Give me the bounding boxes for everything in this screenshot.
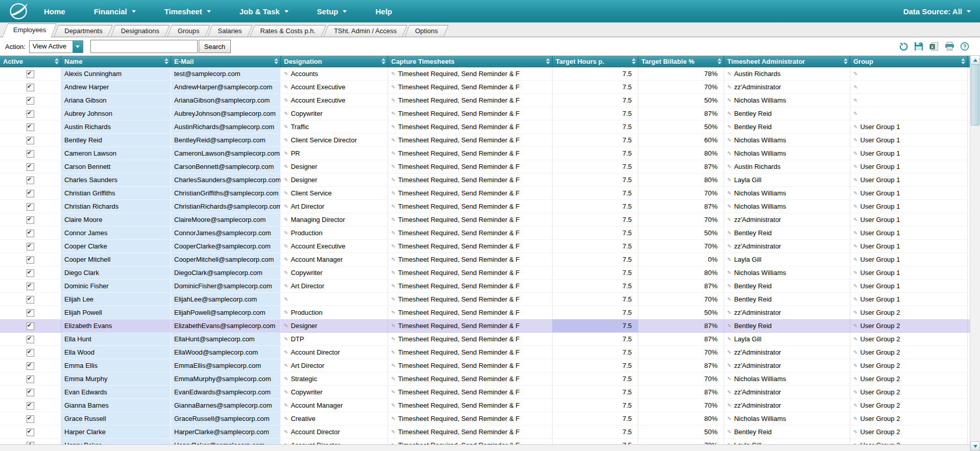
capture-timesheets-cell[interactable]: Timesheet Required, Send Reminder & F — [388, 306, 553, 319]
designation-cell[interactable]: Copywriter — [281, 266, 388, 280]
email-cell[interactable]: CarsonBennett@samplecorp.com — [171, 160, 281, 173]
group-cell[interactable]: User Group 1 — [850, 227, 968, 240]
active-checkbox[interactable] — [27, 256, 34, 264]
name-cell[interactable]: Emma Murphy — [61, 372, 171, 386]
email-cell[interactable]: AndrewHarper@samplecorp.com — [171, 81, 281, 94]
table-row[interactable]: Diego Clark DiegoClark@samplecorp.com Co… — [0, 266, 970, 280]
email-cell[interactable]: ElijahLee@samplecorp.com — [171, 293, 281, 306]
tab[interactable]: Options — [407, 25, 446, 37]
target-hours-cell[interactable]: 7.5 — [553, 306, 638, 319]
tab[interactable]: Designations — [113, 25, 168, 37]
email-cell[interactable]: ElijahPowell@samplecorp.com — [171, 306, 281, 319]
target-hours-cell[interactable]: 7.5 — [553, 94, 638, 107]
target-billable-cell[interactable]: 87% — [638, 333, 724, 346]
target-hours-cell[interactable]: 7.5 — [553, 399, 638, 412]
designation-cell[interactable]: Copywriter — [281, 386, 388, 399]
target-hours-cell[interactable]: 7.5 — [553, 333, 638, 346]
nav-menu-item[interactable]: Timesheet — [164, 7, 211, 16]
capture-timesheets-cell[interactable]: Timesheet Required, Send Reminder & F — [388, 425, 553, 439]
designation-cell[interactable]: Account Manager — [281, 253, 388, 266]
app-logo[interactable] — [9, 2, 29, 20]
target-hours-cell[interactable]: 7.5 — [553, 107, 638, 120]
target-billable-cell[interactable]: 0% — [638, 253, 724, 266]
tab[interactable]: Employees — [5, 23, 54, 37]
target-hours-cell[interactable]: 7.5 — [553, 372, 638, 386]
print-icon[interactable] — [944, 41, 954, 52]
target-hours-cell[interactable]: 7.5 — [553, 67, 638, 81]
target-billable-cell[interactable]: 50% — [638, 425, 724, 439]
capture-timesheets-cell[interactable]: Timesheet Required, Send Reminder & F — [388, 399, 553, 412]
name-cell[interactable]: Cameron Lawson — [61, 147, 171, 160]
column-header[interactable]: E-Mail — [171, 55, 281, 67]
designation-cell[interactable]: Account Executive — [281, 240, 388, 253]
target-hours-cell[interactable]: 7.5 — [553, 293, 638, 306]
capture-timesheets-cell[interactable]: Timesheet Required, Send Reminder & F — [388, 67, 553, 81]
active-checkbox[interactable] — [27, 322, 34, 330]
name-cell[interactable]: Cooper Clarke — [61, 240, 171, 253]
active-checkbox[interactable] — [27, 375, 34, 383]
table-row[interactable]: Ella Hunt EllaHunt@samplecorp.com DTP Ti… — [0, 333, 970, 346]
target-hours-cell[interactable]: 7.5 — [553, 134, 638, 147]
column-header[interactable]: Group — [850, 55, 968, 67]
group-cell[interactable]: User Group 1 — [850, 173, 968, 187]
group-cell[interactable]: User Group 2 — [850, 333, 968, 346]
target-billable-cell[interactable]: 50% — [638, 227, 724, 240]
designation-cell[interactable]: Art Director — [281, 200, 388, 213]
tab[interactable]: Salaries — [210, 25, 250, 37]
table-row[interactable]: Austin Richards AustinRichards@samplecor… — [0, 120, 970, 134]
timesheet-admin-cell[interactable]: zz'Administrator — [724, 240, 850, 253]
target-billable-cell[interactable]: 50% — [638, 94, 724, 107]
active-checkbox[interactable] — [27, 296, 34, 304]
name-cell[interactable]: Grace Russell — [61, 412, 171, 425]
scroll-up-button[interactable] — [970, 55, 980, 65]
active-checkbox[interactable] — [27, 389, 34, 396]
target-hours-cell[interactable]: 7.5 — [553, 253, 638, 266]
timesheet-admin-cell[interactable]: Layla Gill — [724, 173, 850, 187]
target-hours-cell[interactable]: 7.5 — [553, 346, 638, 359]
table-row[interactable]: Cameron Lawson CameronLawson@samplecorp.… — [0, 147, 970, 160]
timesheet-admin-cell[interactable]: zz'Administrator — [724, 399, 850, 412]
save-icon[interactable] — [914, 41, 924, 52]
name-cell[interactable]: Alexis Cunningham — [61, 67, 171, 81]
email-cell[interactable]: CooperMitchell@samplecorp.com — [171, 253, 281, 266]
target-billable-cell[interactable]: 80% — [638, 173, 724, 187]
email-cell[interactable]: CameronLawson@samplecorp.com — [171, 147, 281, 160]
target-hours-cell[interactable]: 7.5 — [553, 266, 638, 280]
target-hours-cell[interactable]: 7.5 — [553, 319, 638, 333]
timesheet-admin-cell[interactable]: Layla Gill — [724, 253, 850, 266]
timesheet-admin-cell[interactable]: Bentley Reid — [724, 319, 850, 333]
email-cell[interactable]: EvanEdwards@samplecorp.com — [171, 386, 281, 399]
group-cell[interactable]: User Group 1 — [850, 160, 968, 173]
group-cell[interactable]: User Group 2 — [850, 319, 968, 333]
group-cell[interactable]: User Group 1 — [850, 147, 968, 160]
designation-cell[interactable]: Managing Director — [281, 213, 388, 227]
group-cell[interactable]: User Group 1 — [850, 266, 968, 280]
capture-timesheets-cell[interactable]: Timesheet Required, Send Reminder & F — [388, 293, 553, 306]
designation-cell[interactable]: Account Executive — [281, 94, 388, 107]
action-select-arrow-button[interactable] — [73, 41, 83, 53]
group-cell[interactable]: User Group 2 — [850, 412, 968, 425]
designation-cell[interactable]: DTP — [281, 333, 388, 346]
table-row[interactable]: Alexis Cunningham test@samplecorp.com Ac… — [0, 67, 970, 81]
excel-export-icon[interactable]: X — [929, 41, 939, 52]
email-cell[interactable]: EmmaMurphy@samplecorp.com — [171, 372, 281, 386]
capture-timesheets-cell[interactable]: Timesheet Required, Send Reminder & F — [388, 412, 553, 425]
email-cell[interactable]: test@samplecorp.com — [171, 67, 281, 81]
table-row[interactable]: Harper Clarke HarperClarke@samplecorp.co… — [0, 425, 970, 439]
target-billable-cell[interactable]: 50% — [638, 120, 724, 134]
target-hours-cell[interactable]: 7.5 — [553, 359, 638, 372]
active-checkbox[interactable] — [27, 190, 34, 197]
email-cell[interactable]: ElizabethEvans@samplecorp.com — [171, 319, 281, 333]
table-row[interactable]: Bentley Reid BentleyReid@samplecorp.com … — [0, 134, 970, 147]
group-cell[interactable]: User Group 2 — [850, 372, 968, 386]
name-cell[interactable]: Emma Ellis — [61, 359, 171, 372]
name-cell[interactable]: Dominic Fisher — [61, 280, 171, 293]
name-cell[interactable]: Aubrey Johnson — [61, 107, 171, 120]
timesheet-admin-cell[interactable]: Bentley Reid — [724, 280, 850, 293]
timesheet-admin-cell[interactable]: Austin Richards — [724, 160, 850, 173]
active-checkbox[interactable] — [27, 137, 34, 144]
group-cell[interactable]: User Group 1 — [850, 280, 968, 293]
email-cell[interactable]: AustinRichards@samplecorp.com — [171, 120, 281, 134]
email-cell[interactable]: ClaireMoore@samplecorp.com — [171, 213, 281, 227]
name-cell[interactable]: Evan Edwards — [61, 386, 171, 399]
